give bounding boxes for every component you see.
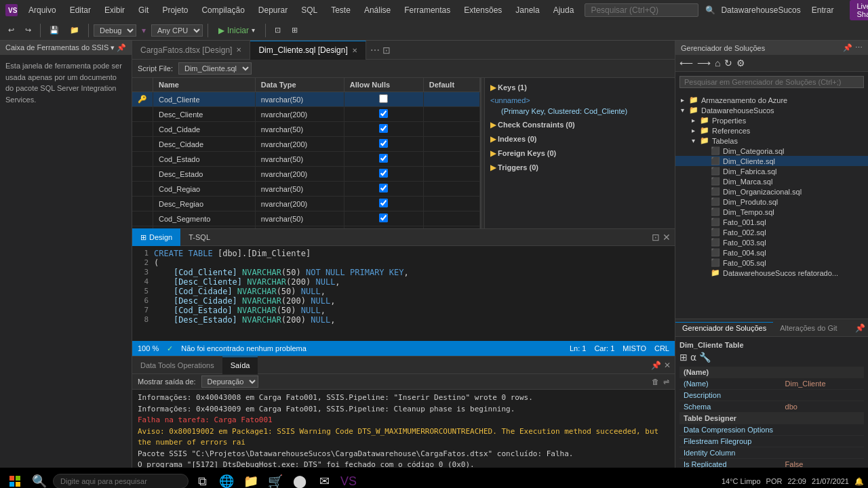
toolbar-save[interactable]: 💾 bbox=[45, 24, 63, 36]
allow-nulls-checkbox[interactable] bbox=[379, 139, 388, 148]
tab-dim-cliente-close[interactable]: ✕ bbox=[352, 47, 357, 54]
table-row[interactable]: 🔑 Cod_Cliente nvarchar(50) bbox=[132, 92, 480, 107]
allow-nulls-checkbox[interactable] bbox=[379, 109, 388, 118]
menu-ferramentas[interactable]: Ferramentas bbox=[399, 4, 456, 16]
sol-tree-item[interactable]: ▸📁Properties bbox=[675, 115, 868, 125]
design-toggle[interactable]: ⊞ Design bbox=[132, 228, 180, 246]
sol-tree-item[interactable]: ⬛Fato_003.sql bbox=[675, 237, 868, 247]
cpu-select[interactable]: Any CPU bbox=[151, 24, 203, 37]
menu-janela[interactable]: Janela bbox=[510, 4, 545, 16]
bottom-tab-saida[interactable]: Saída bbox=[222, 357, 258, 374]
sol-tree-item[interactable]: ⬛Dim_Categoria.sql bbox=[675, 146, 868, 156]
menu-extensoes[interactable]: Extensões bbox=[458, 4, 507, 16]
menu-teste[interactable]: Teste bbox=[326, 4, 356, 16]
sol-tree-item[interactable]: ⬛Fato_005.sql bbox=[675, 258, 868, 268]
bottom-pin-icon[interactable]: 📌 bbox=[651, 361, 661, 370]
debug-config-select[interactable]: Debug bbox=[94, 24, 136, 37]
sol-home-icon[interactable]: ⌂ bbox=[713, 56, 722, 70]
sol-back-icon[interactable]: ⟵ bbox=[678, 56, 694, 70]
table-row[interactable]: Cod_Cidade nvarchar(50) bbox=[132, 122, 480, 137]
sol-forward-icon[interactable]: ⟶ bbox=[696, 56, 712, 70]
sol-tree-item[interactable]: ⬛Dim_Organizacional.sql bbox=[675, 186, 868, 197]
sol-tree-item[interactable]: ▾📁Tabelas bbox=[675, 136, 868, 146]
right-tab-sol[interactable]: Gerenciador de Soluções bbox=[675, 322, 773, 333]
sol-tree-item[interactable]: ⬛Dim_Cliente.sql bbox=[675, 156, 868, 166]
output-source-select[interactable]: Depuração bbox=[201, 375, 258, 388]
sol-refresh-icon[interactable]: ↻ bbox=[723, 56, 734, 70]
menu-git[interactable]: Git bbox=[133, 4, 154, 16]
allow-nulls-checkbox[interactable] bbox=[379, 94, 388, 103]
tab-dim-cliente[interactable]: Dim_Cliente.sql [Design] ✕ bbox=[250, 41, 366, 60]
sol-tree-item[interactable]: ⬛Dim_Fabrica.sql bbox=[675, 166, 868, 176]
menu-editar[interactable]: Editar bbox=[64, 4, 96, 16]
tsql-toggle[interactable]: T-SQL bbox=[180, 228, 218, 246]
allow-nulls-checkbox[interactable] bbox=[379, 199, 388, 207]
vs-taskbar-icon[interactable]: VS bbox=[338, 470, 359, 488]
sol-tree-item[interactable]: ▸📁Armazenamento do Azure bbox=[675, 95, 868, 105]
table-row[interactable]: Cod_Regiao nvarchar(50) bbox=[132, 182, 480, 197]
menu-sql[interactable]: SQL bbox=[296, 4, 323, 16]
toolbox-pin[interactable]: 📌 bbox=[117, 43, 126, 52]
sol-chevron-icon[interactable]: ⋯ bbox=[855, 43, 863, 52]
bottom-close-icon[interactable]: ✕ bbox=[664, 361, 671, 370]
allow-nulls-checkbox[interactable] bbox=[379, 184, 388, 192]
taskbar-search-input[interactable] bbox=[53, 474, 189, 488]
tab-cargafatos[interactable]: CargaFatos.dtsx [Design] ✕ bbox=[132, 41, 250, 60]
clear-output-icon[interactable]: 🗑 bbox=[652, 378, 659, 386]
table-row[interactable]: Desc_Estado nvarchar(200) bbox=[132, 167, 480, 182]
table-row[interactable]: Cod_Estado nvarchar(50) bbox=[132, 152, 480, 167]
start-button[interactable] bbox=[4, 470, 26, 488]
global-search-input[interactable] bbox=[585, 3, 698, 17]
toolbar-more2[interactable]: ⊞ bbox=[288, 24, 302, 36]
toolbar-open[interactable]: 📁 bbox=[66, 24, 83, 36]
table-row[interactable]: Cod_Segmento nvarchar(50) bbox=[132, 211, 480, 226]
allow-nulls-checkbox[interactable] bbox=[379, 154, 388, 163]
table-row[interactable]: Desc_Cidade nvarchar(200) bbox=[132, 137, 480, 152]
sol-tree-item[interactable]: ⬛Fato_001.sql bbox=[675, 217, 868, 227]
sol-tree-item[interactable]: ⬛Dim_Marca.sql bbox=[675, 176, 868, 186]
prop-cat-icon[interactable]: ⊞ bbox=[679, 352, 688, 363]
toggle-expand-icon[interactable]: ⊡ bbox=[652, 232, 660, 243]
chrome-icon[interactable]: ⬤ bbox=[289, 470, 311, 488]
sql-editor[interactable]: 1 CREATE TABLE [dbo].[Dim_Cliente] 2 ( 3… bbox=[132, 246, 675, 341]
sol-pin-icon[interactable]: 📌 bbox=[843, 43, 852, 52]
sol-tree-item[interactable]: ⬛Fato_004.sql bbox=[675, 247, 868, 258]
sol-tree-item[interactable]: ▾📁DatawarehouseSucos bbox=[675, 105, 868, 115]
mail-icon[interactable]: ✉ bbox=[313, 470, 335, 488]
menu-exibir[interactable]: Exibir bbox=[99, 4, 130, 16]
menu-ajuda[interactable]: Ajuda bbox=[548, 4, 580, 16]
right-tab-git[interactable]: Alterações do Git bbox=[773, 323, 844, 333]
live-share-button[interactable]: Live Share bbox=[850, 0, 868, 20]
account-button[interactable]: Entrar bbox=[806, 4, 840, 16]
sol-tree-item[interactable]: ⬛Fato_002.sql bbox=[675, 227, 868, 237]
sol-tree-item[interactable]: ⬛Dim_Produto.sql bbox=[675, 197, 868, 207]
sol-tree-item[interactable]: 📁DatawarehouseSucos refatorado... bbox=[675, 268, 868, 278]
script-file-select[interactable]: Dim_Cliente.sql bbox=[178, 62, 252, 75]
toolbar-undo[interactable]: ↩ bbox=[4, 24, 18, 36]
table-row[interactable]: Desc_Regiao nvarchar(200) bbox=[132, 197, 480, 211]
prop-new-icon[interactable]: 🔧 bbox=[699, 352, 711, 363]
taskbar-notification[interactable]: 🔔 bbox=[854, 477, 864, 486]
store-icon[interactable]: 🛒 bbox=[264, 470, 286, 488]
menu-depurar[interactable]: Depurar bbox=[253, 4, 293, 16]
sol-tree-item[interactable]: ⬛Dim_Tempo.sql bbox=[675, 207, 868, 217]
prop-alpha-icon[interactable]: ⍺ bbox=[690, 352, 696, 363]
menu-analise[interactable]: Análise bbox=[359, 4, 396, 16]
explorer-icon[interactable]: 📁 bbox=[240, 470, 262, 488]
toolbar-redo[interactable]: ↪ bbox=[21, 24, 35, 36]
menu-compilacao[interactable]: Compilação bbox=[196, 4, 250, 16]
allow-nulls-checkbox[interactable] bbox=[379, 124, 388, 133]
bottom-tab-datatoolops[interactable]: Data Tools Operations bbox=[132, 357, 222, 374]
allow-nulls-checkbox[interactable] bbox=[379, 169, 388, 178]
tab-overflow-icon[interactable]: ⋯ bbox=[370, 45, 380, 56]
run-button[interactable]: ▶ Iniciar ▾ bbox=[213, 24, 260, 37]
sol-filter-icon[interactable]: ⚙ bbox=[735, 56, 747, 70]
taskview-icon[interactable]: ⧉ bbox=[191, 470, 213, 488]
tab-split-icon[interactable]: ⊡ bbox=[382, 45, 391, 56]
word-wrap-icon[interactable]: ⇌ bbox=[663, 378, 669, 386]
menu-projeto[interactable]: Projeto bbox=[157, 4, 193, 16]
allow-nulls-checkbox[interactable] bbox=[379, 214, 388, 222]
edge-icon[interactable]: 🌐 bbox=[216, 470, 237, 488]
search-taskbar[interactable]: 🔍 bbox=[28, 470, 50, 488]
sol-tree-item[interactable]: ▸📁References bbox=[675, 125, 868, 136]
